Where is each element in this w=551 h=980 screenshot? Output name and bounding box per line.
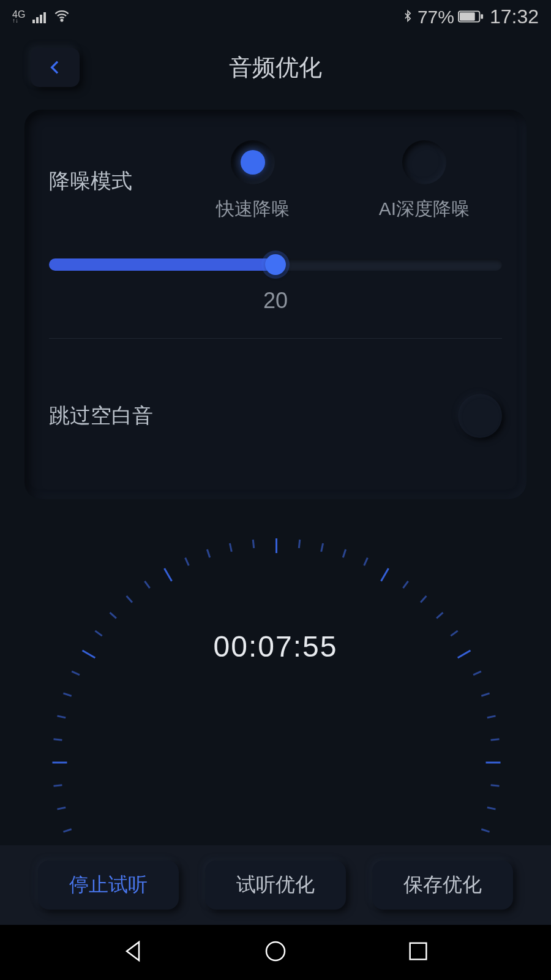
status-time: 17:32 (490, 6, 539, 28)
noise-reduction-row: 降噪模式 快速降噪 AI深度降噪 (49, 140, 502, 222)
battery-icon (458, 7, 484, 28)
nav-back-button[interactable] (121, 939, 145, 966)
android-nav-bar (0, 925, 551, 980)
slider-thumb[interactable] (265, 254, 286, 275)
slider-fill (49, 258, 276, 271)
radio-option-fast[interactable]: 快速降噪 (216, 140, 290, 222)
status-bar: 4G ↑↓ 77% 17:3 (0, 0, 551, 34)
action-button-bar: 停止试听 试听优化 保存优化 (0, 845, 551, 925)
dial-ticks (276, 646, 508, 879)
network-type-icon: 4G ↑↓ (12, 11, 25, 22)
wifi-icon (53, 7, 70, 27)
slider-value: 20 (49, 288, 502, 314)
header: 音频优化 (0, 34, 551, 101)
noise-mode-radio-group: 快速降噪 AI深度降噪 (184, 140, 502, 222)
square-recent-icon (406, 939, 430, 963)
nav-home-button[interactable] (263, 939, 288, 966)
triangle-back-icon (121, 939, 145, 963)
skip-silence-toggle[interactable] (458, 394, 502, 438)
svg-point-0 (61, 19, 63, 21)
battery-percentage: 77% (418, 7, 454, 28)
divider (49, 338, 502, 339)
page-title: 音频优化 (229, 52, 322, 83)
noise-reduction-label: 降噪模式 (49, 167, 184, 195)
stop-preview-button[interactable]: 停止试听 (38, 861, 179, 910)
radio-icon (402, 140, 446, 184)
skip-silence-row: 跳过空白音 (49, 363, 502, 456)
status-left: 4G ↑↓ (12, 7, 70, 27)
preview-optimize-button[interactable]: 试听优化 (205, 861, 346, 910)
timer-dial-container: 00:07:55 (0, 530, 551, 763)
svg-rect-3 (481, 14, 483, 19)
svg-rect-5 (410, 943, 427, 960)
back-button[interactable] (31, 48, 80, 87)
chevron-left-icon (45, 58, 65, 77)
signal-icon (32, 11, 46, 23)
settings-card: 降噪模式 快速降噪 AI深度降噪 20 跳过空白音 (24, 110, 527, 499)
radio-label: 快速降噪 (216, 197, 290, 222)
skip-silence-label: 跳过空白音 (49, 402, 184, 430)
save-optimize-button[interactable]: 保存优化 (372, 861, 513, 910)
noise-slider-section: 20 (49, 258, 502, 314)
bluetooth-icon (402, 7, 414, 28)
radio-icon (231, 140, 275, 184)
radio-label: AI深度降噪 (379, 197, 470, 222)
status-right: 77% 17:32 (402, 6, 539, 28)
radio-option-ai[interactable]: AI深度降噪 (379, 140, 470, 222)
svg-point-4 (266, 942, 285, 960)
noise-level-slider[interactable] (49, 258, 502, 271)
circle-home-icon (263, 939, 288, 963)
timer-dial: 00:07:55 (159, 530, 392, 763)
nav-recent-button[interactable] (406, 939, 430, 966)
svg-rect-2 (460, 12, 475, 20)
